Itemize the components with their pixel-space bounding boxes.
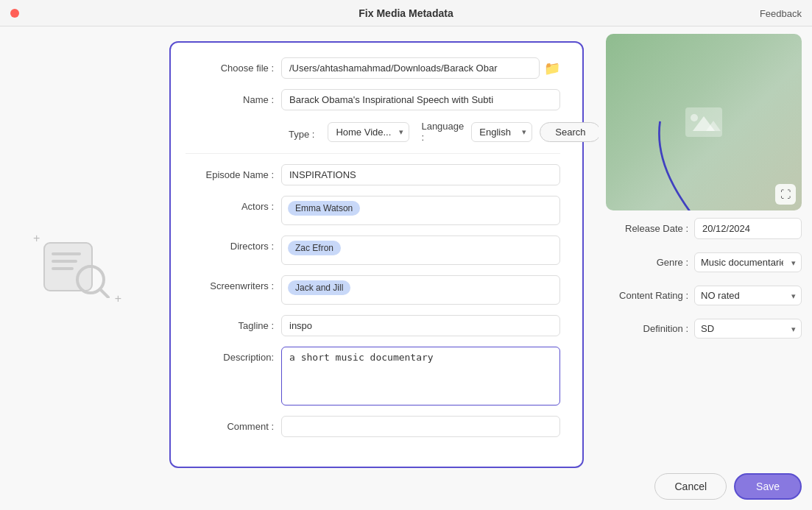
directors-tag-area[interactable]: Zac Efron [281, 235, 560, 265]
episode-name-label: Episode Name : [186, 164, 281, 180]
svg-rect-2 [52, 260, 77, 263]
tagline-wrap [281, 315, 560, 336]
tagline-input[interactable] [281, 315, 560, 336]
svg-rect-1 [52, 252, 81, 255]
choose-file-label: Choose file : [186, 57, 281, 74]
screenwriters-wrap: Jack and Jill [281, 275, 560, 305]
genre-label: Genre : [606, 257, 694, 268]
cancel-button[interactable]: Cancel [654, 473, 727, 500]
genre-select[interactable]: Music documentarie Documentary Drama [694, 252, 802, 272]
comment-wrap [281, 416, 560, 437]
folder-icon[interactable]: 📁 [544, 60, 560, 77]
actor-chip-0[interactable]: Emma Watson [288, 201, 360, 216]
left-panel: + + [0, 26, 155, 510]
type-label: Type : [289, 124, 320, 140]
thumbnail: ⛶ [606, 34, 802, 210]
directors-wrap: Zac Efron [281, 235, 560, 265]
name-input[interactable] [281, 89, 560, 110]
episode-name-input[interactable] [281, 164, 560, 185]
content-rating-label: Content Rating : [606, 290, 694, 301]
definition-select[interactable]: SD HD 4K [694, 319, 802, 339]
language-select-wrap: English French Spanish [471, 122, 532, 142]
screenwriters-label: Screenwriters : [186, 275, 281, 291]
decorative-icon: + + [40, 239, 114, 298]
tagline-row: Tagline : [186, 315, 560, 336]
language-label: Language : [421, 121, 464, 143]
content-rating-select-wrap: NO rated G PG R [694, 286, 802, 305]
divider [186, 153, 560, 154]
type-lang-row: Type : Home Vide... Movie TV Show Langua… [186, 121, 560, 143]
definition-label: Definition : [606, 323, 694, 334]
file-row: 📁 [281, 57, 560, 79]
thumbnail-edit-button[interactable]: ⛶ [775, 184, 796, 205]
description-label: Description: [186, 347, 281, 363]
form-panel: Choose file : 📁 Name : Type : [155, 26, 599, 510]
description-textarea[interactable]: a short music documentary [281, 347, 560, 405]
name-label: Name : [186, 89, 281, 105]
screenwriters-tag-area[interactable]: Jack and Jill [281, 275, 560, 305]
svg-rect-3 [52, 267, 74, 270]
comment-row: Comment : [186, 416, 560, 437]
name-row: Name : [186, 89, 560, 110]
choose-file-wrap: 📁 [281, 57, 560, 79]
search-document-icon [40, 239, 114, 298]
file-path-input[interactable] [281, 57, 540, 79]
description-wrap: a short music documentary [281, 347, 560, 405]
close-button[interactable] [10, 9, 19, 18]
comment-input[interactable] [281, 416, 560, 437]
content-rating-select[interactable]: NO rated G PG R [694, 286, 802, 305]
button-row: Cancel Save [606, 466, 802, 500]
language-select[interactable]: English French Spanish [471, 122, 532, 142]
choose-file-row: Choose file : 📁 [186, 57, 560, 79]
definition-select-wrap: SD HD 4K [694, 319, 802, 339]
actors-label: Actors : [186, 196, 281, 212]
plus-icon-tl: + [33, 232, 40, 245]
release-date-row: Release Date : [606, 218, 802, 239]
search-button[interactable]: Search [540, 122, 599, 142]
form-border: Choose file : 📁 Name : Type : [169, 41, 584, 468]
svg-point-9 [691, 114, 698, 121]
director-chip-0[interactable]: Zac Efron [288, 241, 341, 255]
save-button[interactable]: Save [734, 473, 802, 500]
plus-icon-br: + [115, 292, 121, 305]
name-wrap [281, 89, 560, 110]
directors-label: Directors : [186, 235, 281, 252]
description-row: Description: a short music documentary [186, 347, 560, 405]
actors-wrap: Emma Watson [281, 196, 560, 225]
actors-row: Actors : Emma Watson [186, 196, 560, 225]
svg-line-5 [100, 289, 108, 297]
type-select[interactable]: Home Vide... Movie TV Show [328, 122, 409, 142]
screenwriters-row: Screenwriters : Jack and Jill [186, 275, 560, 305]
screenwriter-chip-0[interactable]: Jack and Jill [288, 280, 350, 295]
definition-row: Definition : SD HD 4K [606, 319, 802, 339]
feedback-link[interactable]: Feedback [760, 7, 802, 18]
actors-tag-area[interactable]: Emma Watson [281, 196, 560, 225]
type-select-wrap: Home Vide... Movie TV Show [328, 122, 409, 142]
release-date-input[interactable] [694, 218, 802, 239]
right-panel: ⛶ Release Date : Genre : Music documenta… [599, 26, 812, 510]
release-date-label: Release Date : [606, 223, 694, 234]
app-title: Fix Media Metadata [359, 7, 453, 19]
main-container: + + Choose file : 📁 [0, 26, 812, 510]
content-rating-row: Content Rating : NO rated G PG R [606, 286, 802, 305]
episode-name-wrap [281, 164, 560, 185]
comment-label: Comment : [186, 416, 281, 432]
directors-row: Directors : Zac Efron [186, 235, 560, 265]
genre-row: Genre : Music documentarie Documentary D… [606, 252, 802, 272]
title-bar: Fix Media Metadata Feedback [0, 0, 812, 26]
episode-name-row: Episode Name : [186, 164, 560, 185]
genre-select-wrap: Music documentarie Documentary Drama [694, 252, 802, 272]
tagline-label: Tagline : [186, 315, 281, 331]
thumbnail-placeholder-icon [685, 107, 722, 137]
